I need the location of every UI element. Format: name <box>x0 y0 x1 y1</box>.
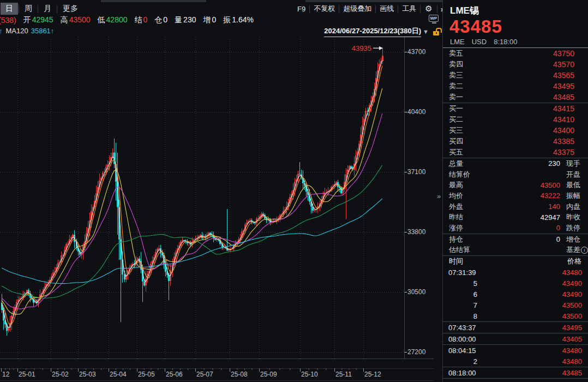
quote-field-value: 43500 <box>69 15 91 25</box>
wp-monitor-icon[interactable]: WP <box>429 15 440 24</box>
book-level-price: 43485 <box>482 93 574 102</box>
quote-field-label: 高 <box>61 15 68 25</box>
quote-info-grid: 总量230现手结算价开盘最高43500最低均价43222振幅外盘140内盘昨结4… <box>443 158 588 234</box>
tab-更多[interactable]: 更多 <box>58 3 83 15</box>
quote-fields: 开42945高43500低42800结0仓0量230增0振1.64% <box>16 15 254 25</box>
trading-terminal-window: { "toolbar": { "tabs": [ {"label": "日", … <box>0 0 588 382</box>
quote-field-label: 仓 <box>154 15 162 25</box>
svg-text:25-11: 25-11 <box>335 371 352 378</box>
info-right-label: 开盘 <box>566 170 580 180</box>
svg-text:25-08: 25-08 <box>231 371 248 378</box>
tick-row: 08:18:0043485 <box>443 367 588 378</box>
svg-text:27200: 27200 <box>407 348 426 356</box>
unlock-icon[interactable] <box>433 28 441 36</box>
info-right-label: 现手 <box>566 159 580 169</box>
tick-price: 43480 <box>479 268 588 277</box>
svg-text:25-01: 25-01 <box>19 371 35 378</box>
ma-indicator-bar[interactable]: ↑ MA120 35861↑ <box>0 26 54 35</box>
book-row[interactable]: 买二43410 <box>443 114 588 125</box>
info-row: 最高43500最低 <box>443 180 588 190</box>
tab-月[interactable]: 月 <box>39 3 56 15</box>
book-row[interactable]: 买一43415 <box>443 103 588 114</box>
tab-separator <box>19 5 19 13</box>
info-value: 0 <box>487 224 560 232</box>
book-row[interactable]: 买三43400 <box>443 125 588 136</box>
book-level-price: 43495 <box>482 82 574 91</box>
candlestick-chart[interactable]: 4370040400371003380030500272001225-0125-… <box>0 0 443 382</box>
chevron-down-icon[interactable]: ▼ <box>423 28 429 35</box>
svg-text:25-12: 25-12 <box>364 371 381 378</box>
exchange-label: LME <box>450 38 465 46</box>
book-level-label: 买三 <box>443 126 482 135</box>
tick-row: 743500 <box>443 300 588 311</box>
tab-separator <box>57 5 57 13</box>
info-right-label: 基差i <box>566 245 588 255</box>
quote-subheader: LME USD 8:18:00 <box>443 36 588 47</box>
tick-price: 43500 <box>477 301 588 309</box>
tick-time: 2 <box>443 357 477 366</box>
bid-book: 买一43415买二43410买三43400买四43385买五43375 <box>443 103 588 158</box>
price-header: 价格 <box>487 256 581 266</box>
info-value: 0 <box>487 235 560 243</box>
book-row[interactable]: 卖三43565 <box>443 70 588 81</box>
info-right-label: 增仓 <box>566 235 580 244</box>
tick-row: 08:00:0043405 <box>443 333 588 344</box>
svg-text:25-06: 25-06 <box>166 371 183 378</box>
tick-time: 6 <box>443 290 477 299</box>
info-row: 涨停0跌停 <box>443 223 588 234</box>
book-row[interactable]: 卖一43485 <box>443 92 588 103</box>
book-level-label: 卖四 <box>443 59 482 69</box>
book-level-price: 43400 <box>482 126 574 135</box>
info-value: 140 <box>487 202 560 211</box>
wp-monitor-screen: WP <box>429 15 439 22</box>
info-value: 43500 <box>487 181 560 189</box>
tick-time: 7 <box>443 301 477 309</box>
toolbar-item-3[interactable]: 画线 <box>376 4 398 14</box>
svg-text:37100: 37100 <box>407 168 426 176</box>
tab-日[interactable]: 日 <box>1 3 18 15</box>
info-label: 持仓 <box>443 235 487 244</box>
info-right-label: 昨收 <box>566 212 580 222</box>
book-row[interactable]: 卖二43495 <box>443 81 588 92</box>
tick-time: 8 <box>443 312 477 320</box>
quote-field-value: 230 <box>183 15 196 25</box>
quote-time: 8:18:00 <box>494 38 517 46</box>
toolbar-item-1[interactable]: 不复权 <box>310 4 339 14</box>
svg-text:25-05: 25-05 <box>138 371 155 378</box>
info-label: 外盘 <box>443 202 487 212</box>
tick-time: 07:31:39 <box>443 268 479 277</box>
info-right-label: 内盘 <box>566 202 580 212</box>
svg-text:33800: 33800 <box>407 228 426 236</box>
book-level-price: 43410 <box>482 115 574 124</box>
book-row[interactable]: 买五43375 <box>443 147 588 158</box>
svg-text:25-07: 25-07 <box>196 371 213 378</box>
window-top-strip <box>101 0 206 2</box>
ma-edge-fragment: ↑ <box>0 27 3 35</box>
svg-text:30500: 30500 <box>407 288 426 296</box>
info-label: 均价 <box>443 191 487 201</box>
book-row[interactable]: 卖五43750 <box>443 48 588 59</box>
book-level-label: 买五 <box>443 147 482 157</box>
quote-field-value: 0 <box>212 15 216 25</box>
ask-book: 卖五43750卖四43570卖三43565卖二43495卖一43485 <box>443 48 588 103</box>
toolbar-item-2[interactable]: 超级叠加 <box>339 4 375 14</box>
info-row: 持仓0增仓 <box>443 234 588 245</box>
book-row[interactable]: 买四43385 <box>443 136 588 147</box>
collapse-panel-icon[interactable]: » <box>437 192 441 200</box>
toolbar-item-0[interactable]: F9 <box>293 5 309 13</box>
quote-field-value: 1.64% <box>232 15 254 25</box>
info-label: 昨结 <box>443 212 487 222</box>
tick-row: 07:31:3943480 <box>443 267 588 278</box>
svg-text:25-04: 25-04 <box>110 371 127 378</box>
book-level-label: 买二 <box>443 115 482 124</box>
book-row[interactable]: 卖四43570 <box>443 59 588 70</box>
tick-price: 43480 <box>477 357 588 366</box>
date-range-link[interactable]: 2024/06/27-2025/12/23(380日) <box>324 26 421 37</box>
tab-周[interactable]: 周 <box>20 3 37 15</box>
svg-text:25-02: 25-02 <box>52 371 69 378</box>
lock-keyhole <box>436 32 437 34</box>
info-label: 估结算 <box>443 245 487 255</box>
tick-price: 43480 <box>479 347 588 355</box>
gear-icon[interactable]: ⚙ <box>421 4 436 14</box>
toolbar-item-4[interactable]: 工具 <box>398 4 420 14</box>
